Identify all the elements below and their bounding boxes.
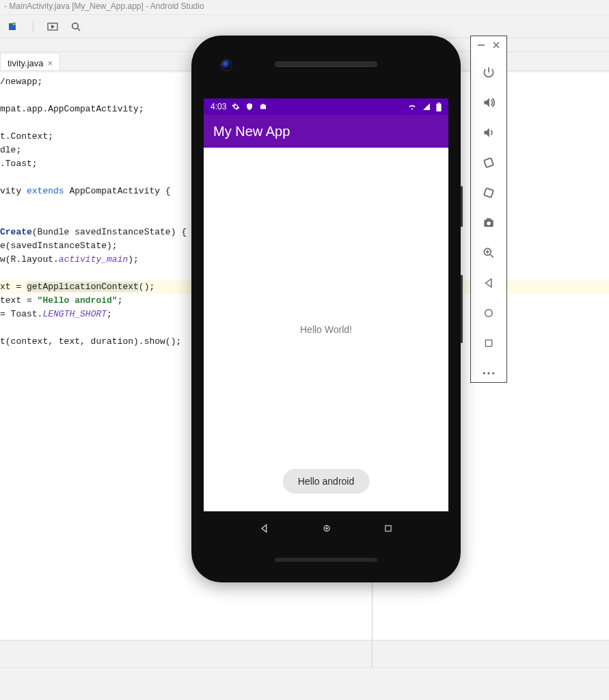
app-title: My New App	[213, 124, 290, 139]
toolbar-separator	[33, 21, 33, 33]
svg-point-23	[485, 310, 493, 317]
power-icon[interactable]	[480, 64, 498, 81]
home-icon[interactable]	[480, 304, 498, 322]
app-action-bar: My New App	[204, 115, 448, 148]
rotate-left-icon[interactable]	[480, 154, 498, 172]
svg-point-10	[325, 527, 327, 529]
svg-line-5	[77, 28, 80, 31]
close-icon[interactable]	[491, 40, 501, 50]
toast-text: Hello android	[298, 476, 355, 487]
device-side-button	[461, 275, 463, 343]
svg-rect-24	[485, 340, 491, 346]
android-nav-bar	[204, 511, 448, 546]
attach-debugger-icon[interactable]	[8, 21, 19, 32]
svg-rect-11	[385, 526, 391, 531]
minimize-icon[interactable]	[476, 40, 486, 50]
run-target-icon[interactable]	[47, 21, 58, 32]
volume-down-icon[interactable]	[480, 124, 498, 142]
back-icon[interactable]	[480, 274, 498, 292]
wifi-icon	[407, 103, 417, 111]
battery-icon	[436, 103, 442, 111]
svg-rect-1	[12, 23, 16, 25]
briefcase-icon	[259, 103, 267, 111]
tab-label: tivity.java	[8, 58, 44, 68]
device-speaker-bottom	[275, 558, 377, 562]
svg-marker-8	[262, 525, 267, 533]
svg-point-27	[492, 372, 494, 374]
svg-marker-22	[486, 279, 491, 287]
emulator-device: 4:03	[191, 36, 461, 582]
nav-recent-icon[interactable]	[383, 524, 393, 533]
rotate-right-icon[interactable]	[480, 184, 498, 202]
device-side-button	[461, 186, 463, 227]
svg-rect-6	[436, 103, 441, 111]
hello-world-text: Hello World!	[300, 324, 352, 335]
svg-rect-16	[484, 188, 493, 198]
window-titlebar: - MainActivity.java [My_New_App.app] - A…	[0, 0, 609, 15]
tab-mainactivity[interactable]: tivity.java ×	[0, 53, 60, 70]
app-content: Hello World! Hello android	[204, 148, 448, 511]
svg-point-26	[487, 372, 489, 374]
android-status-bar: 4:03	[204, 98, 448, 115]
svg-point-25	[483, 372, 485, 374]
device-speaker-top	[275, 62, 377, 67]
volume-up-icon[interactable]	[480, 94, 498, 111]
toast-message: Hello android	[283, 469, 370, 494]
device-camera	[221, 60, 231, 70]
zoom-icon[interactable]	[480, 244, 498, 262]
svg-rect-15	[484, 158, 493, 167]
svg-marker-3	[51, 25, 55, 29]
camera-icon[interactable]	[480, 214, 498, 232]
emulator-control-panel	[470, 36, 507, 383]
shield-icon	[245, 103, 254, 111]
clock-label: 4:03	[211, 102, 226, 111]
main-toolbar	[0, 15, 609, 38]
overview-icon[interactable]	[480, 334, 498, 352]
close-icon[interactable]: ×	[48, 58, 53, 68]
svg-point-17	[487, 221, 491, 226]
window-title: - MainActivity.java [My_New_App.app] - A…	[4, 1, 204, 11]
device-screen[interactable]: 4:03	[204, 98, 448, 546]
svg-line-19	[491, 255, 493, 258]
more-icon[interactable]	[480, 364, 498, 382]
nav-home-icon[interactable]	[321, 523, 332, 534]
nav-back-icon[interactable]	[259, 523, 270, 534]
search-icon[interactable]	[70, 21, 81, 32]
gear-icon	[232, 103, 240, 111]
signal-icon	[422, 103, 431, 111]
svg-point-4	[72, 23, 79, 29]
svg-rect-7	[438, 103, 440, 103]
status-bar	[0, 640, 609, 667]
